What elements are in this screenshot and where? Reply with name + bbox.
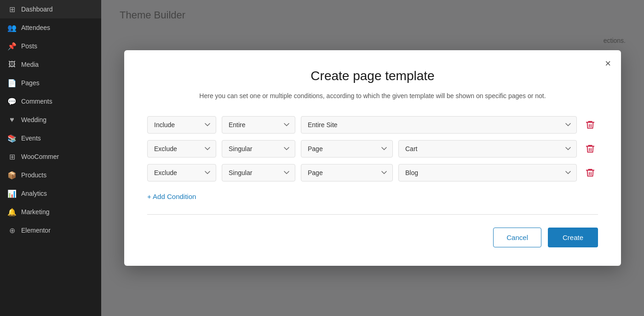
sidebar-item-analytics[interactable]: 📊 Analytics [0, 184, 101, 203]
modal-subtitle: Here you can set one or multiple conditi… [147, 91, 598, 101]
trash-icon [585, 120, 595, 130]
sidebar-item-label: Dashboard [21, 6, 53, 13]
condition-type-3[interactable]: Entire Singular Archive [222, 164, 295, 181]
woocommerce-icon: ⊞ [7, 152, 17, 161]
sidebar-item-marketing[interactable]: 🔔 Marketing [0, 203, 101, 221]
delete-condition-1[interactable] [582, 117, 598, 133]
comments-icon: 💬 [7, 97, 17, 106]
sidebar-item-pages[interactable]: 📄 Pages [0, 74, 101, 92]
condition-row: Include Exclude Entire Singular Archive … [147, 164, 598, 181]
condition-type-2[interactable]: Entire Singular Archive [222, 140, 295, 158]
sidebar-item-label: Events [21, 135, 41, 142]
sidebar-item-label: Pages [21, 79, 40, 87]
condition-value-2[interactable]: Cart Blog Shop [398, 140, 577, 158]
sidebar-item-label: Comments [21, 98, 52, 105]
sidebar-item-label: Elementor [21, 227, 51, 234]
condition-row: Include Exclude Entire Singular Archive … [147, 116, 598, 134]
modal-divider [147, 214, 598, 215]
sidebar-item-dashboard[interactable]: ⊞ Dashboard [0, 0, 101, 18]
pages-icon: 📄 [7, 78, 17, 88]
condition-value-1[interactable]: Entire Site [301, 116, 577, 134]
conditions-area: Include Exclude Entire Singular Archive … [147, 116, 598, 181]
sidebar: ⊞ Dashboard 👥 Attendees 📌 Posts 🖼 Media … [0, 0, 101, 316]
sidebar-item-label: Marketing [21, 208, 49, 216]
events-icon: 📚 [7, 134, 17, 143]
sidebar-item-wedding[interactable]: ♥ Wedding [0, 111, 101, 129]
attendees-icon: 👥 [7, 23, 17, 32]
delete-condition-2[interactable] [582, 141, 598, 157]
marketing-icon: 🔔 [7, 207, 17, 217]
media-icon: 🖼 [7, 60, 17, 69]
sidebar-item-attendees[interactable]: 👥 Attendees [0, 18, 101, 37]
modal-overlay: × Create page template Here you can set … [101, 0, 644, 316]
analytics-icon: 📊 [7, 189, 17, 198]
sidebar-item-products[interactable]: 📦 Products [0, 166, 101, 184]
modal-footer: Cancel Create [147, 228, 598, 247]
sidebar-item-label: Analytics [21, 190, 47, 197]
condition-include-exclude-2[interactable]: Include Exclude [147, 140, 216, 158]
main-content: Theme Builder ections. × Create page tem… [101, 0, 644, 316]
condition-include-exclude-1[interactable]: Include Exclude [147, 116, 216, 134]
sidebar-item-media[interactable]: 🖼 Media [0, 55, 101, 74]
condition-type-1[interactable]: Entire Singular Archive [222, 116, 295, 134]
condition-value-3[interactable]: Cart Blog Shop [398, 164, 577, 181]
products-icon: 📦 [7, 170, 17, 180]
trash-icon [585, 168, 595, 178]
trash-icon [585, 144, 595, 154]
sidebar-item-label: WooCommer [21, 153, 59, 160]
condition-include-exclude-3[interactable]: Include Exclude [147, 164, 216, 181]
sidebar-item-comments[interactable]: 💬 Comments [0, 92, 101, 111]
sidebar-item-label: Posts [21, 42, 37, 50]
cancel-button[interactable]: Cancel [493, 228, 541, 247]
condition-subtype-2[interactable]: Page Post Category [301, 140, 393, 158]
sidebar-item-label: Products [21, 171, 46, 179]
sidebar-item-label: Media [21, 61, 39, 68]
sidebar-item-events[interactable]: 📚 Events [0, 129, 101, 147]
add-condition-row: + Add Condition [147, 193, 598, 200]
condition-subtype-3[interactable]: Page Post Category [301, 164, 393, 181]
condition-row: Include Exclude Entire Singular Archive … [147, 140, 598, 158]
add-condition-button[interactable]: + Add Condition [147, 193, 196, 200]
sidebar-item-label: Attendees [21, 24, 50, 31]
sidebar-item-woocommerce[interactable]: ⊞ WooCommer [0, 147, 101, 166]
delete-condition-3[interactable] [582, 165, 598, 181]
create-button[interactable]: Create [548, 228, 598, 247]
elementor-icon: ⊕ [7, 226, 17, 235]
dashboard-icon: ⊞ [7, 5, 17, 14]
modal-title: Create page template [147, 69, 598, 83]
sidebar-item-label: Wedding [21, 116, 46, 123]
modal-close-button[interactable]: × [605, 59, 611, 69]
modal-dialog: × Create page template Here you can set … [124, 50, 621, 265]
sidebar-item-elementor[interactable]: ⊕ Elementor [0, 221, 101, 240]
wedding-icon: ♥ [7, 115, 17, 124]
posts-icon: 📌 [7, 41, 17, 51]
sidebar-item-posts[interactable]: 📌 Posts [0, 37, 101, 55]
